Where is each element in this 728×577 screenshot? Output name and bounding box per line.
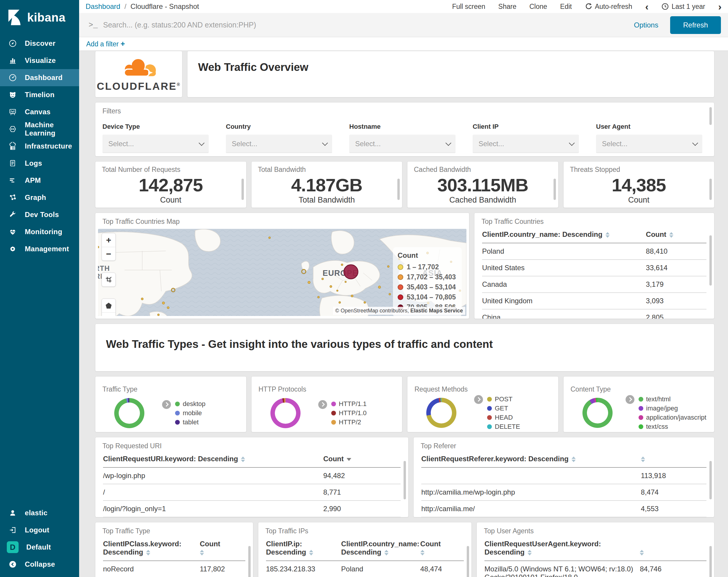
panel-scrollbar[interactable] <box>709 235 712 285</box>
column-header-uri[interactable]: ClientRequestURI.keyword: Descending <box>103 451 323 468</box>
clone-button[interactable]: Clone <box>529 3 547 10</box>
search-input[interactable] <box>103 21 622 29</box>
country-select[interactable]: Select... <box>226 135 332 153</box>
panel-scrollbar[interactable] <box>709 107 712 125</box>
legend-item[interactable]: HTTP/1.1 <box>331 400 367 409</box>
legend-item[interactable]: GET <box>487 404 520 413</box>
client-ip-select[interactable]: Select... <box>473 135 579 153</box>
column-header-ip[interactable]: ClientIP.ip: Descending <box>266 536 341 561</box>
column-header-count[interactable] <box>640 536 706 561</box>
table-row[interactable]: /wp-login.php94,482 <box>103 468 400 484</box>
panel-scrollbar[interactable] <box>248 546 251 577</box>
legend-expand-button[interactable] <box>162 400 171 409</box>
legend-item[interactable]: POST <box>487 395 520 404</box>
sidebar-item-dev-tools[interactable]: Dev Tools <box>0 206 79 223</box>
table-row[interactable]: United Kingdom3,093 <box>482 293 706 309</box>
breadcrumb-dashboard-link[interactable]: Dashboard <box>86 2 120 10</box>
legend-item[interactable]: DELETE <box>487 422 520 431</box>
panel-scrollbar[interactable] <box>709 461 712 499</box>
traffic-type-donut-chart[interactable] <box>114 398 145 428</box>
legend-item[interactable]: HTTP/2 <box>331 418 367 427</box>
sidebar-item-user[interactable]: elastic <box>0 504 79 522</box>
legend-item[interactable]: text/html <box>639 395 706 404</box>
zoom-out-button[interactable]: − <box>102 247 115 260</box>
draw-rectangle-button[interactable] <box>102 312 115 316</box>
table-row[interactable]: 113,918 <box>421 468 706 484</box>
legend-item[interactable]: mobile <box>175 409 206 418</box>
legend-expand-button[interactable] <box>474 395 483 404</box>
fit-bounds-button[interactable] <box>102 273 115 286</box>
content-type-donut-chart[interactable] <box>582 398 613 428</box>
sidebar-item-collapse[interactable]: Collapse <box>0 556 79 573</box>
legend-item[interactable]: HEAD <box>487 413 520 422</box>
panel-scrollbar[interactable] <box>397 179 400 200</box>
table-row[interactable]: noRecord117,802 <box>103 561 245 577</box>
legend-item[interactable]: text/css <box>639 422 706 431</box>
sidebar-item-logout[interactable]: Logout <box>0 522 79 538</box>
column-header-referer[interactable]: ClientRequestReferer.keyword: Descending <box>421 451 641 468</box>
sidebar-item-graph[interactable]: Graph <box>0 189 79 206</box>
time-forward-chevron[interactable]: › <box>718 1 722 11</box>
sidebar-item-timelion[interactable]: Timelion <box>0 86 79 103</box>
legend-item[interactable]: application/javascript <box>639 413 706 422</box>
legend-item[interactable]: image/jpeg <box>639 404 706 413</box>
column-header-count[interactable]: Count <box>420 536 464 561</box>
table-row[interactable]: http://camilia.me/wp-login.php8,474 <box>421 484 706 501</box>
column-header-count[interactable]: Count <box>323 451 400 468</box>
request-methods-donut-chart[interactable] <box>426 398 457 428</box>
panel-scrollbar[interactable] <box>709 179 712 200</box>
legend-item[interactable]: tablet <box>175 418 206 427</box>
user-agent-select[interactable]: Select... <box>596 135 702 153</box>
add-filter-link[interactable]: Add a filter + <box>86 39 125 48</box>
sidebar-item-monitoring[interactable]: Monitoring <box>0 223 79 241</box>
legend-item[interactable]: HTTP/1.0 <box>331 409 367 418</box>
device-type-select[interactable]: Select... <box>102 135 209 153</box>
table-row[interactable]: China2,805 <box>482 309 706 319</box>
time-range-picker[interactable]: Last 1 year <box>661 3 705 10</box>
column-header-count[interactable]: Count <box>646 227 706 243</box>
legend-expand-button[interactable] <box>626 395 634 404</box>
legend-item[interactable]: desktop <box>175 400 206 409</box>
world-map[interactable]: NORTH AMERICA EUROPE ASIA <box>98 229 466 316</box>
sidebar-item-apm[interactable]: APM <box>0 172 79 189</box>
sidebar-item-logs[interactable]: Logs <box>0 155 79 172</box>
table-row[interactable]: Poland88,410 <box>482 243 706 259</box>
table-row[interactable]: /8,771 <box>103 484 400 501</box>
table-row[interactable]: Mozilla/5.0 (Windows NT 6.1; WOW64; rv:1… <box>485 561 706 577</box>
edit-button[interactable]: Edit <box>560 3 572 10</box>
column-header-user-agent[interactable]: ClientRequestUserAgent.keyword: Descendi… <box>485 536 640 561</box>
column-header-count[interactable]: Count <box>200 536 245 561</box>
draw-polygon-button[interactable] <box>102 299 115 312</box>
column-header-country[interactable]: ClientIP.country_name: Descending <box>341 536 420 561</box>
hostname-select[interactable]: Select... <box>349 135 456 153</box>
column-header-class[interactable]: ClientIPClass.keyword: Descending <box>103 536 200 561</box>
sidebar-item-dashboard[interactable]: Dashboard <box>0 69 79 86</box>
panel-scrollbar[interactable] <box>553 179 556 200</box>
options-link[interactable]: Options <box>634 21 658 29</box>
sidebar-item-infrastructure[interactable]: Infrastructure <box>0 137 79 155</box>
sidebar-item-management[interactable]: Management <box>0 241 79 257</box>
table-row[interactable]: United States33,614 <box>482 259 706 276</box>
zoom-in-button[interactable]: + <box>102 233 115 247</box>
http-protocols-donut-chart[interactable] <box>270 398 301 428</box>
full-screen-button[interactable]: Full screen <box>452 3 485 10</box>
table-row[interactable]: 185.234.218.33Poland48,474 <box>266 561 464 577</box>
sidebar-item-machine-learning[interactable]: Machine Learning <box>0 121 79 137</box>
elastic-maps-link[interactable]: Elastic Maps Service <box>410 308 463 313</box>
share-button[interactable]: Share <box>498 3 516 10</box>
sidebar-item-space-default[interactable]: D Default <box>0 538 79 556</box>
time-back-chevron[interactable]: ‹ <box>645 1 649 11</box>
column-header-count[interactable] <box>641 451 706 468</box>
panel-scrollbar[interactable] <box>404 461 406 499</box>
refresh-button[interactable]: Refresh <box>670 16 721 34</box>
column-header-country[interactable]: ClientIP.country_name: Descending <box>482 227 646 243</box>
sidebar-item-discover[interactable]: Discover <box>0 35 79 52</box>
table-row[interactable]: /login/?login_only=12,990 <box>103 501 400 517</box>
panel-scrollbar[interactable] <box>241 179 244 200</box>
sidebar-item-canvas[interactable]: Canvas <box>0 103 79 121</box>
auto-refresh-button[interactable]: Auto-refresh <box>585 3 632 10</box>
table-row[interactable]: http://camilia.me/4,553 <box>421 501 706 517</box>
kibana-logo[interactable]: kibana <box>0 0 79 35</box>
sidebar-item-visualize[interactable]: Visualize <box>0 52 79 69</box>
table-row[interactable]: Canada3,179 <box>482 276 706 293</box>
